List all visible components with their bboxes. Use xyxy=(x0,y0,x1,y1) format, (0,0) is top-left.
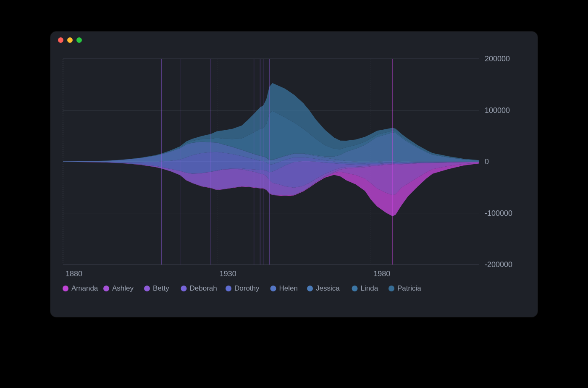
zoom-icon[interactable] xyxy=(76,37,82,43)
close-icon[interactable] xyxy=(58,37,63,43)
legend-label[interactable]: Betty xyxy=(153,284,169,292)
minimize-icon[interactable] xyxy=(67,37,73,43)
legend-swatch[interactable] xyxy=(103,286,109,291)
legend-label[interactable]: Jessica xyxy=(316,284,340,292)
y-tick-label: 100000 xyxy=(485,106,510,115)
legend-swatch[interactable] xyxy=(63,286,68,291)
streamgraph-chart: -200000-1000000100000200000188019301980A… xyxy=(59,55,529,309)
legend-swatch[interactable] xyxy=(307,286,313,291)
legend-label[interactable]: Linda xyxy=(361,284,378,292)
legend-swatch[interactable] xyxy=(144,286,150,291)
x-tick-label: 1980 xyxy=(373,270,390,278)
legend-label[interactable]: Amanda xyxy=(71,284,98,292)
legend-label[interactable]: Ashley xyxy=(112,284,134,292)
app-window: -200000-1000000100000200000188019301980A… xyxy=(50,31,538,317)
legend-swatch[interactable] xyxy=(352,286,358,291)
legend-swatch[interactable] xyxy=(388,286,394,291)
x-tick-label: 1880 xyxy=(66,270,82,278)
legend-label[interactable]: Helen xyxy=(279,284,298,292)
legend-label[interactable]: Patricia xyxy=(397,284,421,292)
y-tick-label: -100000 xyxy=(485,209,512,218)
y-tick-label: -200000 xyxy=(485,260,512,269)
legend-swatch[interactable] xyxy=(226,286,231,291)
legend-swatch[interactable] xyxy=(181,286,187,291)
titlebar xyxy=(50,31,538,48)
legend-label[interactable]: Dorothy xyxy=(234,284,260,292)
y-tick-label: 200000 xyxy=(485,55,510,63)
legend-swatch[interactable] xyxy=(270,286,276,291)
legend-label[interactable]: Deborah xyxy=(190,284,217,292)
x-tick-label: 1930 xyxy=(220,270,236,278)
chart-area: -200000-1000000100000200000188019301980A… xyxy=(59,55,529,309)
y-tick-label: 0 xyxy=(485,157,489,166)
